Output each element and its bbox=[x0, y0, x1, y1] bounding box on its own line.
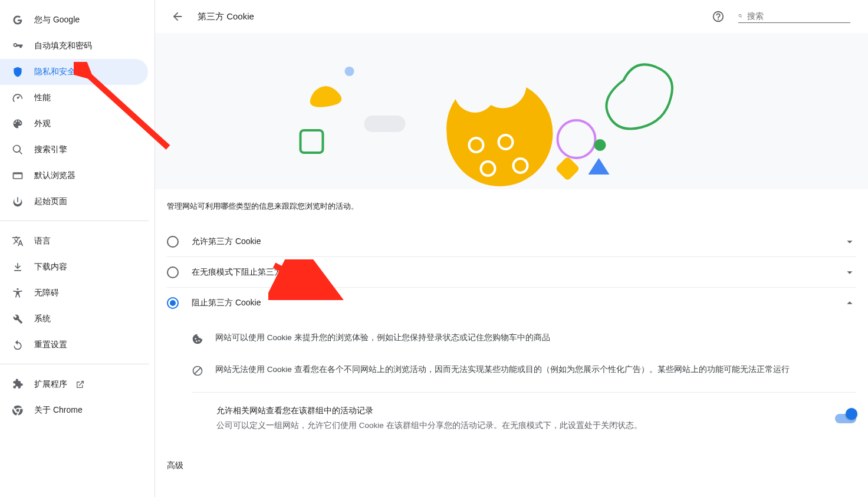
chevron-down-icon[interactable] bbox=[843, 235, 856, 248]
svg-rect-6 bbox=[364, 116, 406, 132]
advanced-section-title: 高级 bbox=[167, 452, 856, 479]
sidebar-item-on-startup[interactable]: 起始页面 bbox=[0, 189, 148, 215]
download-icon bbox=[12, 261, 24, 273]
sidebar-item-autofill[interactable]: 自动填充和密码 bbox=[0, 33, 148, 59]
sidebar-item-system[interactable]: 系统 bbox=[0, 306, 148, 332]
radio-option-allow[interactable]: 允许第三方 Cookie bbox=[167, 226, 856, 256]
chevron-down-icon[interactable] bbox=[843, 266, 856, 279]
sidebar-item-reset[interactable]: 重置设置 bbox=[0, 332, 148, 358]
sidebar-item-search-engine[interactable]: 搜索引擎 bbox=[0, 137, 148, 163]
detail-text: 网站无法使用 Cookie 查看您在各个不同网站上的浏览活动，因而无法实现某些功… bbox=[215, 364, 790, 376]
sidebar-item-label: 默认浏览器 bbox=[34, 170, 75, 181]
svg-point-8 bbox=[594, 139, 606, 151]
sidebar-item-label: 起始页面 bbox=[34, 196, 67, 207]
browser-icon bbox=[12, 170, 24, 182]
svg-rect-9 bbox=[555, 156, 580, 181]
chrome-icon bbox=[12, 404, 24, 416]
svg-point-7 bbox=[558, 120, 596, 158]
detail-row: 网站可以使用 Cookie 来提升您的浏览体验，例如让您保持登录状态或记住您购物… bbox=[192, 322, 856, 354]
search-input[interactable] bbox=[747, 11, 850, 21]
power-icon bbox=[12, 196, 24, 208]
sidebar-item-downloads[interactable]: 下载内容 bbox=[0, 254, 148, 280]
sidebar-item-extensions[interactable]: 扩展程序 bbox=[0, 371, 148, 397]
svg-rect-4 bbox=[301, 130, 323, 153]
shield-icon bbox=[12, 66, 24, 78]
sidebar-item-label: 扩展程序 bbox=[34, 379, 67, 390]
option-label: 允许第三方 Cookie bbox=[192, 236, 843, 247]
search-icon bbox=[12, 144, 24, 156]
translate-icon bbox=[12, 235, 24, 247]
toggle-title: 允许相关网站查看您在该群组中的活动记录 bbox=[216, 406, 823, 416]
sidebar-item-performance[interactable]: 性能 bbox=[0, 85, 148, 111]
google-g-icon bbox=[12, 14, 24, 26]
settings-main: 第三方 Cookie bbox=[154, 0, 868, 497]
settings-sidebar: 您与 Google 自动填充和密码 隐私和安全 性能 外观 搜索引擎 默认浏 bbox=[0, 0, 154, 497]
sidebar-item-label: 您与 Google bbox=[34, 15, 80, 25]
help-button[interactable] bbox=[708, 6, 729, 27]
sidebar-divider bbox=[0, 220, 149, 221]
option-label: 阻止第三方 Cookie bbox=[192, 298, 843, 308]
block-icon bbox=[192, 365, 203, 377]
sidebar-item-label: 无障碍 bbox=[34, 288, 59, 298]
sidebar-item-label: 外观 bbox=[34, 119, 51, 129]
description-text: 管理网站可利用哪些类型的信息来跟踪您浏览时的活动。 bbox=[167, 201, 856, 212]
hero-illustration bbox=[155, 33, 868, 189]
sidebar-item-label: 自动填充和密码 bbox=[34, 41, 92, 51]
sidebar-item-label: 重置设置 bbox=[34, 340, 67, 350]
cookie-icon bbox=[192, 333, 203, 345]
sidebar-item-label: 关于 Chrome bbox=[34, 405, 83, 416]
palette-icon bbox=[12, 118, 24, 130]
radio-icon bbox=[167, 236, 179, 248]
sidebar-item-label: 搜索引擎 bbox=[34, 144, 67, 155]
search-box[interactable] bbox=[738, 11, 850, 23]
extension-icon bbox=[12, 378, 24, 390]
sidebar-item-label: 隐私和安全 bbox=[34, 67, 75, 77]
detail-row: 网站无法使用 Cookie 查看您在各个不同网站上的浏览活动，因而无法实现某些功… bbox=[192, 354, 856, 386]
sidebar-item-label: 系统 bbox=[34, 314, 51, 324]
back-button[interactable] bbox=[167, 6, 188, 27]
related-sites-toggle-row: 允许相关网站查看您在该群组中的活动记录 公司可以定义一组网站，允许它们使用 Co… bbox=[192, 392, 856, 446]
toggle-description: 公司可以定义一组网站，允许它们使用 Cookie 在该群组中分享您的活动记录。在… bbox=[216, 420, 823, 432]
sidebar-item-label: 下载内容 bbox=[34, 262, 67, 272]
key-icon bbox=[12, 40, 24, 52]
sidebar-item-label: 语言 bbox=[34, 236, 51, 246]
sidebar-item-about-chrome[interactable]: 关于 Chrome bbox=[0, 397, 148, 423]
speedometer-icon bbox=[12, 92, 24, 104]
radio-icon bbox=[167, 297, 179, 309]
option-label: 在无痕模式下阻止第三方 Cookie bbox=[192, 267, 843, 278]
sidebar-divider bbox=[0, 364, 149, 364]
sidebar-item-label: 性能 bbox=[34, 93, 51, 103]
svg-point-5 bbox=[345, 67, 354, 76]
reset-icon bbox=[12, 339, 24, 351]
sidebar-item-privacy-security[interactable]: 隐私和安全 bbox=[0, 59, 148, 85]
accessibility-icon bbox=[12, 287, 24, 299]
sidebar-item-accessibility[interactable]: 无障碍 bbox=[0, 280, 148, 306]
radio-option-block-incognito[interactable]: 在无痕模式下阻止第三方 Cookie bbox=[167, 256, 856, 287]
sidebar-item-languages[interactable]: 语言 bbox=[0, 228, 148, 254]
content-inner: 管理网站可利用哪些类型的信息来跟踪您浏览时的活动。 允许第三方 Cookie 在… bbox=[155, 189, 868, 479]
sidebar-item-appearance[interactable]: 外观 bbox=[0, 111, 148, 137]
wrench-icon bbox=[12, 313, 24, 325]
page-header: 第三方 Cookie bbox=[155, 0, 868, 33]
radio-option-block-all[interactable]: 阻止第三方 Cookie bbox=[167, 287, 856, 318]
open-in-new-icon bbox=[75, 380, 85, 389]
content-scroll[interactable]: 管理网站可利用哪些类型的信息来跟踪您浏览时的活动。 允许第三方 Cookie 在… bbox=[155, 33, 868, 497]
page-title: 第三方 Cookie bbox=[198, 11, 698, 22]
detail-text: 网站可以使用 Cookie 来提升您的浏览体验，例如让您保持登录状态或记住您购物… bbox=[215, 332, 550, 344]
toggle-switch[interactable] bbox=[835, 409, 856, 421]
chevron-up-icon[interactable] bbox=[843, 297, 856, 310]
sidebar-item-you-and-google[interactable]: 您与 Google bbox=[0, 7, 148, 33]
sidebar-item-default-browser[interactable]: 默认浏览器 bbox=[0, 163, 148, 189]
radio-icon bbox=[167, 266, 179, 278]
option-details: 网站可以使用 Cookie 来提升您的浏览体验，例如让您保持登录状态或记住您购物… bbox=[167, 318, 856, 452]
